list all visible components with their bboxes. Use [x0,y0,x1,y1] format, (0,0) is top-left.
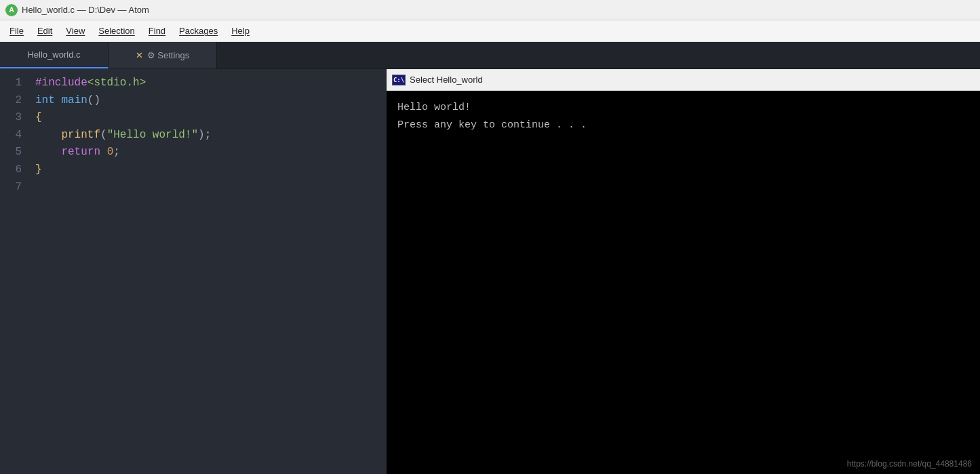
code-line-7 [35,179,387,197]
line-num-4: 4 [0,127,22,144]
watermark: https://blog.csdn.net/qq_44881486 [847,459,972,469]
line-num-5: 5 [0,144,22,161]
console-panel: C:\ Select Hello_world Hello world! Pres… [387,69,980,474]
window-title: Hello_world.c — D:\Dev — Atom [22,5,149,15]
console-line-2: Press any key to continue . . . [397,117,969,134]
settings-icon: ✕ [136,50,143,60]
code-area: 1 2 3 4 5 6 7 #include<stdio.h> int main… [0,69,387,201]
menu-file[interactable]: File [3,23,31,39]
line-num-2: 2 [0,92,22,110]
code-content: #include<stdio.h> int main() { printf("H… [33,75,387,196]
console-line-1: Hello world! [397,99,969,117]
console-titlebar: C:\ Select Hello_world [387,69,980,91]
tab-bar: Hello_world.c ✕ ⚙ Settings [0,42,980,69]
line-num-7: 7 [0,179,22,197]
code-line-1: #include<stdio.h> [35,75,387,92]
tab-hello-world[interactable]: Hello_world.c [0,42,109,68]
menu-edit[interactable]: Edit [31,23,59,39]
title-bar: A Hello_world.c — D:\Dev — Atom [0,0,980,20]
code-line-2: int main() [35,92,387,110]
menu-find[interactable]: Find [142,23,172,39]
main-content: 1 2 3 4 5 6 7 #include<stdio.h> int main… [0,69,980,474]
cmd-icon: C:\ [392,75,406,85]
tab-hello-world-label: Hello_world.c [27,50,80,60]
editor-panel[interactable]: 1 2 3 4 5 6 7 #include<stdio.h> int main… [0,69,387,474]
tab-settings[interactable]: ✕ ⚙ Settings [109,42,217,68]
menu-view[interactable]: View [59,23,92,39]
tab-settings-label: ⚙ Settings [147,50,190,60]
code-line-5: return 0; [35,144,387,161]
menu-bar: File Edit View Selection Find Packages H… [0,20,980,42]
line-numbers: 1 2 3 4 5 6 7 [0,75,33,196]
code-line-4: printf("Hello world!"); [35,127,387,144]
menu-packages[interactable]: Packages [172,23,224,39]
app-icon: A [5,4,18,16]
code-line-6: } [35,161,387,179]
line-num-6: 6 [0,161,22,179]
console-title: Select Hello_world [410,75,483,85]
menu-selection[interactable]: Selection [92,23,141,39]
line-num-3: 3 [0,109,22,127]
line-num-1: 1 [0,75,22,92]
menu-help[interactable]: Help [224,23,256,39]
console-output: Hello world! Press any key to continue .… [387,91,980,142]
code-line-3: { [35,109,387,127]
